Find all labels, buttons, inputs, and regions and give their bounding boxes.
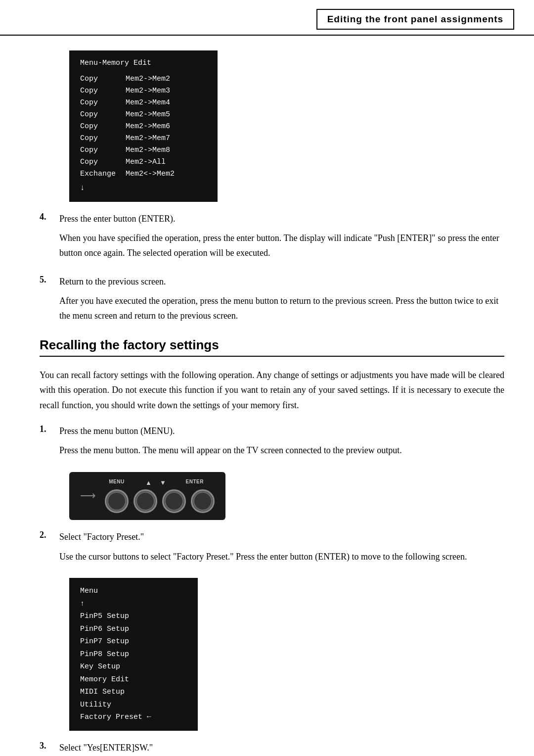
menu-row-col2: Mem2<->Mem2: [126, 168, 175, 180]
header-title: Editing the front panel assignments: [316, 9, 514, 30]
step-5-label: Return to the previous screen.: [59, 277, 166, 286]
step-1: 1. Press the menu button (MENU). Press t…: [40, 424, 504, 467]
step-4-number: 4.: [40, 212, 53, 270]
step-5: 5. Return to the previous screen. After …: [40, 275, 504, 332]
step-1-label: Press the menu button (MENU).: [59, 426, 175, 436]
menu2-title: Menu: [80, 585, 187, 598]
menu2-item: Utility: [80, 699, 187, 711]
menu2-item: MIDI Setup: [80, 686, 187, 699]
labels-row: MENU ▲ ▼ ENTER: [105, 479, 215, 486]
menu-row-col2: Mem2->Mem8: [126, 144, 170, 156]
panel-controls: MENU ▲ ▼ ENTER: [105, 479, 215, 513]
menu2-item: Key Setup: [80, 661, 187, 673]
menu-row-col1: Copy: [80, 73, 116, 85]
menu2-up-arrow: ↑: [80, 598, 187, 611]
enter-button[interactable]: [191, 489, 215, 513]
header-bar: Editing the front panel assignments: [0, 0, 534, 36]
menu-row: ExchangeMem2<->Mem2: [80, 168, 207, 180]
menu-row-col1: Copy: [80, 144, 116, 156]
menu2-item: Factory Preset ←: [80, 711, 187, 724]
button-panel: ⟶ MENU ▲ ▼ ENTER: [69, 472, 225, 520]
page-container: Editing the front panel assignments Menu…: [0, 0, 534, 756]
step-5-content: Return to the previous screen. After you…: [59, 275, 504, 332]
step-1-desc: Press the menu button. The menu will app…: [59, 443, 504, 458]
menu2-item: PinP7 Setup: [80, 635, 187, 648]
menu-row-col1: Copy: [80, 97, 116, 109]
panel-buttons: [105, 489, 215, 513]
step-3: 3. Select "Yes[ENTER]SW." Use the cursor…: [40, 741, 504, 756]
menu-screen-2: Menu↑PinP5 SetupPinP6 SetupPinP7 SetupPi…: [69, 578, 198, 731]
menu2-item: PinP6 Setup: [80, 623, 187, 636]
step-2-label: Select "Factory Preset.": [59, 532, 144, 542]
menu-row-col2: Mem2->All: [126, 156, 166, 168]
menu2-item: PinP8 Setup: [80, 648, 187, 661]
menu-row: CopyMem2->Mem5: [80, 109, 207, 121]
menu-button-inner: [107, 492, 126, 511]
menu-memory-edit-screen: Menu-Memory Edit CopyMem2->Mem2CopyMem2-…: [69, 50, 218, 202]
menu-row-col1: Exchange: [80, 168, 116, 180]
menu2-item: Memory Edit: [80, 673, 187, 686]
step-4: 4. Press the enter button (ENTER). When …: [40, 212, 504, 270]
step-4-label: Press the enter button (ENTER).: [59, 214, 175, 224]
step-2: 2. Select "Factory Preset." Use the curs…: [40, 530, 504, 573]
down-button[interactable]: [162, 489, 186, 513]
main-content: Menu-Memory Edit CopyMem2->Mem2CopyMem2-…: [0, 50, 534, 756]
menu-row-col1: Copy: [80, 85, 116, 97]
step-3-content: Select "Yes[ENTER]SW." Use the cursor bu…: [59, 741, 504, 756]
up-button-inner: [136, 492, 155, 511]
step-5-desc: After you have executed the operation, p…: [59, 294, 504, 323]
label-down-arrow: ▼: [160, 479, 166, 486]
menu-row: CopyMem2->Mem4: [80, 97, 207, 109]
menu-row-col1: Copy: [80, 156, 116, 168]
menu-row: CopyMem2->All: [80, 156, 207, 168]
menu-row-col1: Copy: [80, 133, 116, 144]
label-up-arrow: ▲: [145, 479, 152, 486]
menu-row: CopyMem2->Mem7: [80, 133, 207, 144]
down-button-inner: [165, 492, 183, 511]
menu-row-col2: Mem2->Mem6: [126, 121, 170, 133]
menu-row-col1: Copy: [80, 109, 116, 121]
menu-button[interactable]: [105, 489, 129, 513]
step-2-desc: Use the cursor buttons to select "Factor…: [59, 550, 504, 565]
menu-row-col1: Copy: [80, 121, 116, 133]
menu2-item: PinP5 Setup: [80, 610, 187, 623]
menu-row: CopyMem2->Mem3: [80, 85, 207, 97]
step-1-content: Press the menu button (MENU). Press the …: [59, 424, 504, 467]
menu-row: CopyMem2->Mem8: [80, 144, 207, 156]
step-4-content: Press the enter button (ENTER). When you…: [59, 212, 504, 270]
menu-row: CopyMem2->Mem6: [80, 121, 207, 133]
up-button[interactable]: [134, 489, 157, 513]
menu-row-col2: Mem2->Mem3: [126, 85, 170, 97]
step-2-number: 2.: [40, 530, 53, 573]
step-1-number: 1.: [40, 424, 53, 467]
step-5-number: 5.: [40, 275, 53, 332]
screen-title: Menu-Memory Edit: [80, 57, 207, 69]
step-4-desc: When you have specified the operation, p…: [59, 231, 504, 260]
enter-button-inner: [193, 492, 212, 511]
menu-row-col2: Mem2->Mem5: [126, 109, 170, 121]
label-menu: MENU: [105, 479, 129, 484]
menu-row-col2: Mem2->Mem7: [126, 133, 170, 144]
menu-row-col2: Mem2->Mem4: [126, 97, 170, 109]
menu-row: CopyMem2->Mem2: [80, 73, 207, 85]
panel-connector-left: ⟶: [80, 489, 96, 502]
screen-arrow: ↓: [80, 182, 207, 195]
menu-row-col2: Mem2->Mem2: [126, 73, 170, 85]
section-heading: Recalling the factory settings: [40, 337, 504, 357]
step-3-label: Select "Yes[ENTER]SW.": [59, 743, 153, 753]
step-3-number: 3.: [40, 741, 53, 756]
step-2-content: Select "Factory Preset." Use the cursor …: [59, 530, 504, 573]
intro-paragraph: You can recall factory settings with the…: [40, 368, 504, 413]
label-enter: ENTER: [183, 479, 207, 484]
screen-rows: CopyMem2->Mem2CopyMem2->Mem3CopyMem2->Me…: [80, 73, 207, 180]
